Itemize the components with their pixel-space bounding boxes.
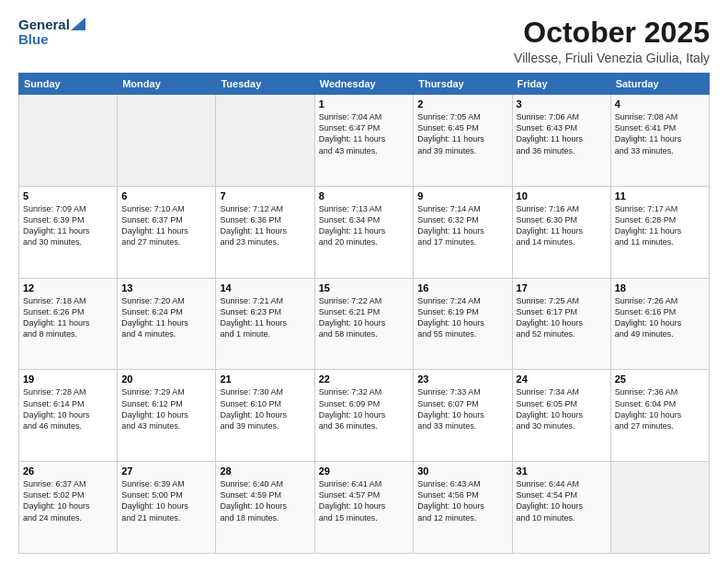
calendar-cell <box>19 95 118 187</box>
day-info: Sunrise: 7:24 AM Sunset: 6:19 PM Dayligh… <box>417 295 507 340</box>
day-info: Sunrise: 6:37 AM Sunset: 5:02 PM Dayligh… <box>23 478 113 523</box>
calendar-cell: 31Sunrise: 6:44 AM Sunset: 4:54 PM Dayli… <box>512 462 610 554</box>
day-info: Sunrise: 6:41 AM Sunset: 4:57 PM Dayligh… <box>319 478 410 523</box>
calendar-week-row: 5Sunrise: 7:09 AM Sunset: 6:39 PM Daylig… <box>19 186 710 278</box>
calendar-week-row: 1Sunrise: 7:04 AM Sunset: 6:47 PM Daylig… <box>19 95 710 187</box>
day-number: 16 <box>417 282 507 293</box>
header: General Blue October 2025 Villesse, Friu… <box>18 17 710 65</box>
day-info: Sunrise: 7:16 AM Sunset: 6:30 PM Dayligh… <box>517 203 607 248</box>
calendar-cell: 25Sunrise: 7:36 AM Sunset: 6:04 PM Dayli… <box>610 370 709 462</box>
logo: General Blue <box>18 17 85 48</box>
day-number: 27 <box>121 465 211 477</box>
day-number: 12 <box>23 282 113 293</box>
day-info: Sunrise: 7:25 AM Sunset: 6:17 PM Dayligh… <box>517 295 607 340</box>
day-number: 22 <box>319 373 410 385</box>
day-info: Sunrise: 7:14 AM Sunset: 6:32 PM Dayligh… <box>417 203 507 248</box>
calendar-cell: 21Sunrise: 7:30 AM Sunset: 6:10 PM Dayli… <box>216 370 314 462</box>
day-number: 31 <box>517 465 607 477</box>
calendar-cell: 2Sunrise: 7:05 AM Sunset: 6:45 PM Daylig… <box>414 95 512 187</box>
page: General Blue October 2025 Villesse, Friu… <box>0 0 728 563</box>
day-info: Sunrise: 7:12 AM Sunset: 6:36 PM Dayligh… <box>220 203 310 248</box>
day-info: Sunrise: 7:32 AM Sunset: 6:09 PM Dayligh… <box>319 386 410 431</box>
calendar-cell: 14Sunrise: 7:21 AM Sunset: 6:23 PM Dayli… <box>216 278 314 370</box>
day-number: 11 <box>615 190 705 201</box>
calendar-cell: 30Sunrise: 6:43 AM Sunset: 4:56 PM Dayli… <box>414 462 512 554</box>
day-number: 28 <box>220 465 310 477</box>
logo-blue: Blue <box>18 31 49 48</box>
day-info: Sunrise: 7:10 AM Sunset: 6:37 PM Dayligh… <box>121 203 211 248</box>
day-info: Sunrise: 7:17 AM Sunset: 6:28 PM Dayligh… <box>615 203 705 248</box>
calendar-cell <box>610 462 709 554</box>
calendar-cell: 5Sunrise: 7:09 AM Sunset: 6:39 PM Daylig… <box>19 186 118 278</box>
day-number: 20 <box>121 373 211 385</box>
day-info: Sunrise: 7:21 AM Sunset: 6:23 PM Dayligh… <box>220 295 310 340</box>
day-number: 4 <box>615 98 705 109</box>
day-info: Sunrise: 7:30 AM Sunset: 6:10 PM Dayligh… <box>220 386 310 431</box>
day-number: 7 <box>220 190 310 201</box>
day-number: 3 <box>517 98 607 109</box>
calendar-cell <box>216 95 314 187</box>
day-number: 1 <box>319 98 410 109</box>
calendar-day-header: Wednesday <box>314 74 414 95</box>
day-number: 26 <box>23 465 113 477</box>
calendar-day-header: Tuesday <box>216 74 314 95</box>
calendar-day-header: Thursday <box>414 74 512 95</box>
day-number: 21 <box>220 373 310 385</box>
day-info: Sunrise: 7:13 AM Sunset: 6:34 PM Dayligh… <box>319 203 410 248</box>
calendar-cell: 29Sunrise: 6:41 AM Sunset: 4:57 PM Dayli… <box>314 462 414 554</box>
day-number: 9 <box>417 190 507 201</box>
calendar-cell: 18Sunrise: 7:26 AM Sunset: 6:16 PM Dayli… <box>610 278 709 370</box>
calendar-cell: 13Sunrise: 7:20 AM Sunset: 6:24 PM Dayli… <box>118 278 216 370</box>
calendar-cell: 17Sunrise: 7:25 AM Sunset: 6:17 PM Dayli… <box>512 278 610 370</box>
calendar-cell: 24Sunrise: 7:34 AM Sunset: 6:05 PM Dayli… <box>512 370 610 462</box>
day-info: Sunrise: 7:36 AM Sunset: 6:04 PM Dayligh… <box>615 386 705 431</box>
day-info: Sunrise: 7:09 AM Sunset: 6:39 PM Dayligh… <box>23 203 113 248</box>
calendar-cell: 28Sunrise: 6:40 AM Sunset: 4:59 PM Dayli… <box>216 462 314 554</box>
logo-triangle-icon <box>71 17 85 30</box>
svg-marker-0 <box>71 17 85 30</box>
day-info: Sunrise: 7:33 AM Sunset: 6:07 PM Dayligh… <box>417 386 507 431</box>
day-info: Sunrise: 7:06 AM Sunset: 6:43 PM Dayligh… <box>517 111 607 156</box>
calendar-cell: 27Sunrise: 6:39 AM Sunset: 5:00 PM Dayli… <box>118 462 216 554</box>
day-number: 17 <box>517 282 607 293</box>
day-number: 19 <box>23 373 113 385</box>
day-number: 25 <box>615 373 705 385</box>
calendar-cell: 20Sunrise: 7:29 AM Sunset: 6:12 PM Dayli… <box>118 370 216 462</box>
title-area: October 2025 Villesse, Friuli Venezia Gi… <box>514 17 710 65</box>
day-info: Sunrise: 7:04 AM Sunset: 6:47 PM Dayligh… <box>319 111 410 156</box>
day-info: Sunrise: 7:28 AM Sunset: 6:14 PM Dayligh… <box>23 386 113 431</box>
calendar: SundayMondayTuesdayWednesdayThursdayFrid… <box>18 73 710 554</box>
day-number: 29 <box>319 465 410 477</box>
calendar-cell: 6Sunrise: 7:10 AM Sunset: 6:37 PM Daylig… <box>118 186 216 278</box>
day-number: 18 <box>615 282 705 293</box>
day-number: 6 <box>121 190 211 201</box>
calendar-header-row: SundayMondayTuesdayWednesdayThursdayFrid… <box>19 74 710 95</box>
day-number: 30 <box>417 465 507 477</box>
calendar-cell: 1Sunrise: 7:04 AM Sunset: 6:47 PM Daylig… <box>314 95 414 187</box>
day-number: 15 <box>319 282 410 293</box>
calendar-week-row: 19Sunrise: 7:28 AM Sunset: 6:14 PM Dayli… <box>19 370 710 462</box>
day-info: Sunrise: 7:05 AM Sunset: 6:45 PM Dayligh… <box>417 111 507 156</box>
day-info: Sunrise: 7:34 AM Sunset: 6:05 PM Dayligh… <box>517 386 607 431</box>
day-number: 23 <box>417 373 507 385</box>
calendar-cell: 16Sunrise: 7:24 AM Sunset: 6:19 PM Dayli… <box>414 278 512 370</box>
calendar-week-row: 12Sunrise: 7:18 AM Sunset: 6:26 PM Dayli… <box>19 278 710 370</box>
calendar-cell: 11Sunrise: 7:17 AM Sunset: 6:28 PM Dayli… <box>610 186 709 278</box>
day-info: Sunrise: 7:08 AM Sunset: 6:41 PM Dayligh… <box>615 111 705 156</box>
calendar-cell: 10Sunrise: 7:16 AM Sunset: 6:30 PM Dayli… <box>512 186 610 278</box>
calendar-day-header: Monday <box>118 74 216 95</box>
day-info: Sunrise: 6:40 AM Sunset: 4:59 PM Dayligh… <box>220 478 310 523</box>
calendar-cell <box>118 95 216 187</box>
day-number: 2 <box>417 98 507 109</box>
calendar-week-row: 26Sunrise: 6:37 AM Sunset: 5:02 PM Dayli… <box>19 462 710 554</box>
day-info: Sunrise: 6:43 AM Sunset: 4:56 PM Dayligh… <box>417 478 507 523</box>
calendar-cell: 4Sunrise: 7:08 AM Sunset: 6:41 PM Daylig… <box>610 95 709 187</box>
day-info: Sunrise: 6:44 AM Sunset: 4:54 PM Dayligh… <box>517 478 607 523</box>
day-number: 14 <box>220 282 310 293</box>
calendar-cell: 3Sunrise: 7:06 AM Sunset: 6:43 PM Daylig… <box>512 95 610 187</box>
calendar-cell: 26Sunrise: 6:37 AM Sunset: 5:02 PM Dayli… <box>19 462 118 554</box>
day-number: 8 <box>319 190 410 201</box>
location: Villesse, Friuli Venezia Giulia, Italy <box>514 51 710 65</box>
calendar-cell: 8Sunrise: 7:13 AM Sunset: 6:34 PM Daylig… <box>314 186 414 278</box>
calendar-cell: 12Sunrise: 7:18 AM Sunset: 6:26 PM Dayli… <box>19 278 118 370</box>
